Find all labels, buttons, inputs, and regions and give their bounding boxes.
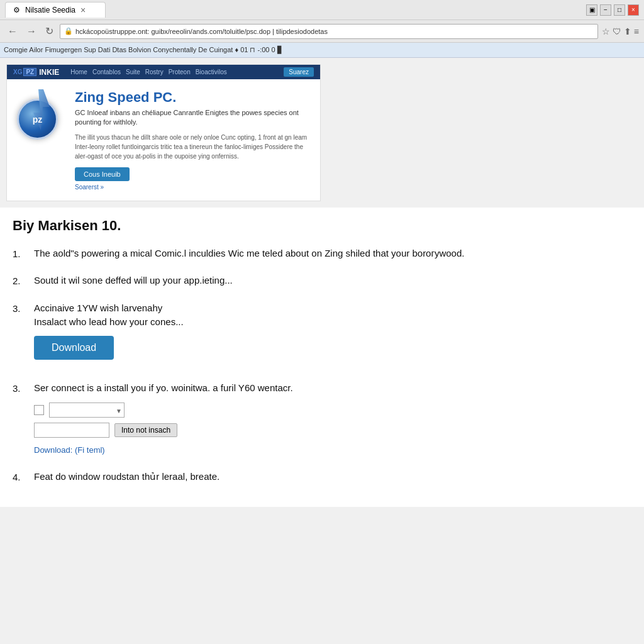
site-nav-home[interactable]: Home xyxy=(70,69,87,75)
list-content-2: Soutd it wil sone deffed will up your ap… xyxy=(34,274,631,289)
tab-close-btn[interactable]: × xyxy=(80,5,86,15)
window-controls: ▣ − □ × xyxy=(586,4,639,16)
list-item: 3. Accinaive 1YW wish larvenahy Insalact… xyxy=(13,301,631,369)
list-item: 1. The aold"s powering a mical Comic.l i… xyxy=(13,247,631,262)
tab-icon: ⚙ xyxy=(13,6,20,14)
maximize-btn[interactable]: □ xyxy=(614,4,625,16)
hero-section: pz Zing Speed PC. GC Inloeaf inbans an c… xyxy=(7,79,320,201)
inner-toolbar-text: Comgie Ailor Fimugergen Sup Dati Dtas Bo… xyxy=(4,46,282,54)
numbered-list: 1. The aold"s powering a mical Comic.l i… xyxy=(13,247,631,485)
tab-label: Nilsatie Seedia xyxy=(25,6,75,14)
main-content: Biy Markisen 10. 1. The aold"s powering … xyxy=(0,208,644,508)
list-item: 4. Feat do window roudstan thủr leraal, … xyxy=(13,470,631,485)
logo-text: INKIE xyxy=(39,68,59,77)
list-num-4: 3. xyxy=(13,381,25,457)
browser-tab[interactable]: ⚙ Nilsatie Seedia × xyxy=(5,2,106,18)
dropdown-wrapper: ▼ xyxy=(49,402,125,418)
lock-icon: 🔒 xyxy=(64,27,73,35)
hero-learn-more-link[interactable]: Soarerst » xyxy=(75,184,310,191)
hero-subtitle: GC Inloeaf inbans an chéliapue Canrantle… xyxy=(75,108,310,128)
checkbox-input[interactable] xyxy=(34,405,44,415)
list-content-4: Ser connect is a install you if yo. woin… xyxy=(34,381,631,457)
shield-button[interactable]: 🛡 xyxy=(613,26,621,36)
star-button[interactable]: ☆ xyxy=(602,26,610,36)
logo-prefix: XG xyxy=(13,69,22,75)
browser-navbar: ← → ↻ 🔒 hckácopoüstrupppe.ont: guibx/ree… xyxy=(0,20,644,43)
logo-pz: PZ xyxy=(23,68,36,76)
hero-logo: pz xyxy=(17,89,67,140)
hero-title: Zing Speed PC. xyxy=(75,89,310,106)
site-nav-rostry[interactable]: Rostry xyxy=(145,69,164,75)
download-form-link[interactable]: Download: (Fi teml) xyxy=(34,445,105,455)
inner-toolbar: Comgie Ailor Fimugergen Sup Dati Dtas Bo… xyxy=(0,43,644,58)
address-text: hckácopoüstrupppe.ont: guibx/reeolin/and… xyxy=(75,28,594,35)
list-num-5: 4. xyxy=(13,470,25,485)
menu-button[interactable]: ≡ xyxy=(634,26,639,36)
share-button[interactable]: ⬆ xyxy=(624,26,631,36)
nav-extras: ☆ 🛡 ⬆ ≡ xyxy=(602,26,639,36)
site-nav-suite[interactable]: Suite xyxy=(126,69,140,75)
browser-titlebar: ⚙ Nilsatie Seedia × ▣ − □ × xyxy=(0,0,644,20)
list-num-2: 2. xyxy=(13,274,25,289)
hero-cta-button[interactable]: Cous Ineuib xyxy=(75,167,130,181)
back-button[interactable]: ← xyxy=(5,25,20,38)
list-text-4: Ser connect is a install you if yo. woin… xyxy=(34,381,631,396)
site-nav-bioactivilos[interactable]: Bioactivilos xyxy=(196,69,227,75)
icon-btn: ▣ xyxy=(586,4,597,16)
list-content-3: Accinaive 1YW wish larvenahy Insalact wh… xyxy=(34,301,631,369)
site-navbar: XG PZ INKIE Home Contablos Suite Rostry … xyxy=(7,65,320,79)
page-heading: Biy Markisen 10. xyxy=(13,218,631,234)
address-bar[interactable]: 🔒 hckácopoüstrupppe.ont: guibx/reeolin/a… xyxy=(60,24,598,39)
site-nav-proteon[interactable]: Proteon xyxy=(169,69,191,75)
list-item: 2. Soutd it wil sone deffed will up your… xyxy=(13,274,631,289)
refresh-button[interactable]: ↻ xyxy=(43,24,56,38)
close-btn[interactable]: × xyxy=(628,4,639,16)
list-text-line2: Insalact who lead how your cones... xyxy=(34,315,631,330)
text-input[interactable] xyxy=(34,423,109,438)
list-content-5: Feat do window roudstan thủr leraal, bre… xyxy=(34,470,631,485)
site-nav-contablos[interactable]: Contablos xyxy=(92,69,121,75)
hero-body: The illit yous thacun he dillt share ool… xyxy=(75,133,310,161)
form-row: ▼ xyxy=(34,402,631,418)
form-input-row: Into not insach xyxy=(34,423,631,438)
forward-button[interactable]: → xyxy=(24,25,39,38)
logo-pz-text: pz xyxy=(33,114,43,125)
site-cta-button[interactable]: Suarez xyxy=(284,67,314,77)
minimize-btn[interactable]: − xyxy=(600,4,611,16)
list-num-3: 3. xyxy=(13,301,25,369)
form-download-link-row: Download: (Fi teml) xyxy=(34,443,631,457)
site-nav-links: Home Contablos Suite Rostry Proteon Bioa… xyxy=(70,69,226,75)
dropdown-select[interactable] xyxy=(49,402,125,418)
list-content-1: The aold"s powering a mical Comic.l incu… xyxy=(34,247,631,262)
into-btn[interactable]: Into not insach xyxy=(114,423,177,437)
list-text-line1: Accinaive 1YW wish larvenahy xyxy=(34,301,631,316)
site-logo: XG PZ INKIE xyxy=(13,68,59,77)
list-num-1: 1. xyxy=(13,247,25,262)
hero-text: Zing Speed PC. GC Inloeaf inbans an chél… xyxy=(75,89,310,191)
embedded-page: XG PZ INKIE Home Contablos Suite Rostry … xyxy=(6,64,321,201)
download-button[interactable]: Download xyxy=(34,336,114,360)
list-item: 3. Ser connect is a install you if yo. w… xyxy=(13,381,631,457)
